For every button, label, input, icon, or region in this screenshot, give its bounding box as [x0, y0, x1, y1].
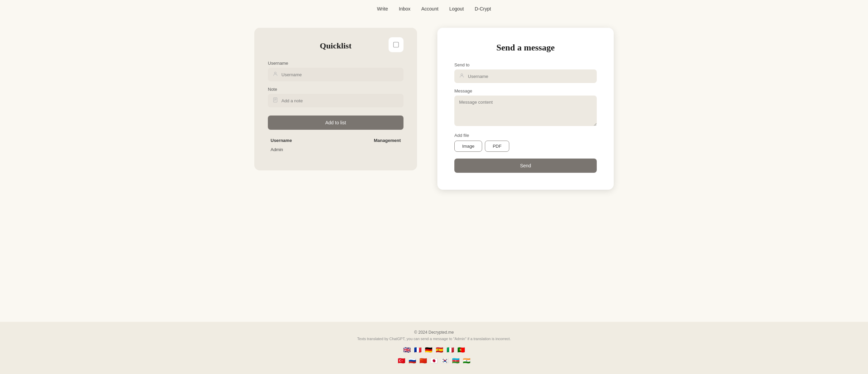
flag-icon[interactable]: 🇪🇸	[435, 346, 444, 354]
flag-icon[interactable]: 🇷🇺	[408, 356, 417, 365]
row-username: Admin	[271, 147, 283, 152]
add-to-list-button[interactable]: Add to list	[268, 116, 403, 130]
pdf-button[interactable]: PDF	[485, 141, 509, 152]
note-input-wrapper	[268, 94, 403, 107]
flag-icon[interactable]: 🇰🇷	[440, 356, 449, 365]
username-input-wrapper	[268, 68, 403, 81]
table-row: Admin	[268, 146, 403, 153]
flag-icon[interactable]: 🇫🇷	[413, 346, 422, 354]
flag-row-2: 🇹🇷🇷🇺🇨🇳🇯🇵🇰🇷🇦🇿🇮🇳	[0, 356, 868, 365]
main-content: Quicklist Username Note	[0, 18, 868, 322]
flag-row-1: 🇬🇧🇫🇷🇩🇪🇪🇸🇮🇹🇵🇹	[0, 346, 868, 354]
note-input[interactable]	[281, 98, 399, 103]
add-file-label: Add file	[454, 133, 597, 138]
file-buttons: Image PDF	[454, 141, 597, 152]
col-username-header: Username	[271, 138, 292, 143]
svg-point-6	[461, 74, 462, 76]
image-button[interactable]: Image	[454, 141, 482, 152]
footer-translation: Texts translated by ChatGPT, you can sen…	[0, 337, 868, 341]
send-to-user-icon	[459, 73, 465, 80]
col-management-header: Management	[374, 138, 401, 143]
send-message-title: Send a message	[454, 43, 597, 53]
flag-icon[interactable]: 🇩🇪	[424, 346, 433, 354]
username-user-icon	[273, 71, 278, 78]
note-label: Note	[268, 87, 403, 92]
flag-icon[interactable]: 🇬🇧	[402, 346, 411, 354]
send-button[interactable]: Send	[454, 159, 597, 173]
flag-icon[interactable]: 🇮🇳	[462, 356, 471, 365]
flag-icon[interactable]: 🇮🇹	[446, 346, 455, 354]
footer: © 2024 Decrypted.me Texts translated by …	[0, 322, 868, 374]
note-form-group: Note	[268, 87, 403, 107]
quicklist-card: Quicklist Username Note	[254, 28, 417, 170]
nav-dcrypt[interactable]: D-Crypt	[475, 6, 491, 12]
nav-inbox[interactable]: Inbox	[399, 6, 410, 12]
send-to-input-wrapper	[454, 69, 597, 83]
message-label: Message	[454, 88, 597, 94]
message-textarea[interactable]	[454, 96, 597, 126]
send-to-form-group: Send to	[454, 62, 597, 83]
flag-icon[interactable]: 🇨🇳	[419, 356, 428, 365]
nav-write[interactable]: Write	[377, 6, 388, 12]
nav-logout[interactable]: Logout	[449, 6, 464, 12]
quicklist-title: Quicklist	[268, 41, 403, 50]
svg-point-1	[274, 72, 276, 74]
main-nav: Write Inbox Account Logout D-Crypt	[0, 0, 868, 18]
note-icon	[273, 97, 278, 104]
flag-icon[interactable]: 🇹🇷	[397, 356, 406, 365]
send-to-label: Send to	[454, 62, 597, 67]
add-file-form-group: Add file Image PDF	[454, 133, 597, 152]
quicklist-icon-button[interactable]	[389, 37, 403, 52]
message-form-group: Message	[454, 88, 597, 127]
username-form-group: Username	[268, 61, 403, 81]
flag-icon[interactable]: 🇯🇵	[430, 356, 438, 365]
send-to-input[interactable]	[468, 74, 592, 79]
flag-icon[interactable]: 🇦🇿	[451, 356, 460, 365]
footer-copyright: © 2024 Decrypted.me	[0, 330, 868, 335]
table-header: Username Management	[268, 138, 403, 143]
flag-icon[interactable]: 🇵🇹	[457, 346, 466, 354]
username-label: Username	[268, 61, 403, 66]
send-message-card: Send a message Send to Message Add file …	[437, 28, 614, 190]
nav-account[interactable]: Account	[421, 6, 439, 12]
svg-rect-2	[274, 98, 277, 102]
svg-rect-0	[394, 42, 399, 47]
quicklist-table: Username Management Admin	[268, 138, 403, 153]
username-input[interactable]	[281, 72, 399, 77]
